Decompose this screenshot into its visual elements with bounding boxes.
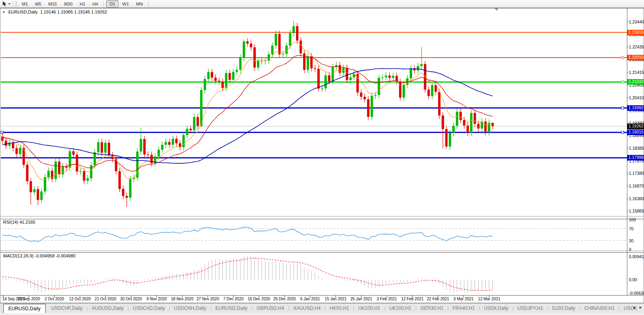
date-tick-label: 12 Oct 2020 <box>69 297 91 301</box>
date-tick-label: 6 Jan 2021 <box>300 297 320 301</box>
date-tick-label: 3 Mar 2021 <box>453 297 474 301</box>
date-tick-label: 18 Nov 2020 <box>171 297 194 301</box>
price-tick-label: 1.20410 <box>629 95 644 100</box>
price-level-badge: 1.22010 <box>627 55 644 60</box>
tab-china300-h1[interactable]: CHINA300,H1 <box>580 305 619 311</box>
date-tick-label: 3 Feb 2021 <box>377 297 397 301</box>
tab-usoil-daily[interactable]: USOil,Daily <box>480 305 512 311</box>
rsi-level-label: 30 <box>629 238 634 243</box>
tab-usdchf-daily[interactable]: USDCHF,Daily <box>47 305 87 311</box>
line-handle[interactable] <box>621 81 624 83</box>
price-tick-label: 1.18385 <box>629 146 644 151</box>
tab-eurusd-daily[interactable]: EURUSD,Daily <box>212 305 252 311</box>
date-tick-label: 23 Sep 2020 <box>18 297 40 301</box>
chart-symbol-period: EURUSD,Daily <box>8 10 38 14</box>
price-level-badge: 1.19015 <box>627 129 644 135</box>
tab-scroll-controls: ◄ ► <box>632 305 642 309</box>
tab-ger30-h1[interactable]: GER30,H1 <box>416 305 447 311</box>
macd-level-label: -0.006386 <box>629 291 644 296</box>
date-tick-label: 12 Feb 2021 <box>401 297 424 301</box>
macd-name: MACD(12,26,9) <box>3 253 33 258</box>
tab-eurusd-daily[interactable]: EURUSD,Daily <box>3 304 46 313</box>
line-handle[interactable] <box>621 56 624 59</box>
price-tick-label: 1.23440 <box>629 19 644 24</box>
tab-scroll-left-icon[interactable]: ◄ <box>632 305 636 309</box>
price-level-badge: 1.17998 <box>627 155 644 160</box>
rsi-value: 41.2165 <box>19 220 35 224</box>
date-tick-label: 30 Oct 2020 <box>120 297 142 301</box>
price-level-badge: 1.19992 <box>627 105 644 111</box>
rsi-level-label: 0 <box>629 247 631 252</box>
tab-uk100-h1[interactable]: UK100,H1 <box>385 305 415 311</box>
tab-gbpusd-h4[interactable]: GBPUSD,H4 <box>253 305 288 311</box>
line-handle[interactable] <box>621 131 624 133</box>
date-tick-label: 7 Dec 2020 <box>223 297 243 301</box>
rsi-name: RSI(14) <box>3 220 18 224</box>
tab-hk50-h1[interactable]: HK50,H1 <box>326 305 353 311</box>
price-chart-canvas[interactable] <box>0 0 644 315</box>
date-tick-label: 25 Dec 2020 <box>273 297 296 301</box>
tab-usdcnh-daily[interactable]: USDCNH,Daily <box>170 305 210 311</box>
current-price-badge: 1.19262 <box>627 124 644 129</box>
price-tick-label: 1.22435 <box>629 44 644 49</box>
macd-indicator-label: MACD(12,26,9) -0.004958 -0.004980 <box>3 253 76 258</box>
mt4-terminal: { "toolbar": { "cursor_tool": "cursor-po… <box>0 0 644 315</box>
tab-usdcad-daily[interactable]: USDCAD,Daily <box>129 305 169 311</box>
tab-scroll-right-icon[interactable]: ► <box>639 305 642 309</box>
date-tick-label: 2 Oct 2020 <box>45 297 64 301</box>
tab-fra40-h1[interactable]: FRA40,H1 <box>449 305 479 311</box>
tab-xauusd-h4[interactable]: XAUUSD,H4 <box>289 305 325 311</box>
price-tick-label: 1.15865 <box>629 209 644 213</box>
price-tick-label: 1.21415 <box>629 70 644 75</box>
rsi-level-label: 70 <box>629 226 634 231</box>
chart-tabbar: EURUSD,DailyUSDCHF,Daily|AUDUSD,Daily|US… <box>0 303 644 313</box>
chart-title: ▼ EURUSD,Daily 1.19146 1.19365 1.19145 1… <box>2 10 107 14</box>
date-tick-label: 12 Mar 2021 <box>478 297 500 301</box>
price-tick-label: 1.16870 <box>629 184 644 188</box>
date-tick-label: 16 Dec 2020 <box>248 297 270 301</box>
date-tick-label: 27 Nov 2020 <box>197 297 219 301</box>
macd-level-label: 0.009412 <box>629 254 644 259</box>
line-handle[interactable] <box>1 131 3 133</box>
macd-level-label: 0.00 <box>629 277 637 282</box>
tab-audusd-daily[interactable]: AUDUSD,Daily <box>88 305 128 311</box>
date-tick-label: 15 Jan 2021 <box>325 297 346 301</box>
date-tick-label: 22 Feb 2021 <box>427 297 449 301</box>
date-tick-label: 21 Oct 2020 <box>95 297 116 301</box>
price-tick-label: 1.17380 <box>629 171 644 176</box>
price-tick-label: 1.16360 <box>629 196 644 201</box>
tab-dj30-daily[interactable]: DJ30,Daily <box>548 305 579 311</box>
rsi-indicator-label: RSI(14) 41.2165 <box>3 220 35 224</box>
date-tick-label: 25 Jan 2021 <box>350 297 372 301</box>
rsi-level-label: 100 <box>629 217 636 222</box>
price-level-badge: 1.23019 <box>627 30 644 35</box>
macd-values: -0.004958 -0.004980 <box>35 253 75 258</box>
line-handle[interactable] <box>621 107 624 109</box>
chart-ohlc-quote: 1.19146 1.19365 1.19145 1.19262 <box>40 10 107 14</box>
price-level-badge: 1.21032 <box>627 79 644 85</box>
collapse-triangle-icon: ▼ <box>2 11 5 14</box>
tab-uk100-h1[interactable]: UK100,H1 <box>354 305 384 311</box>
date-tick-label: 9 Nov 2020 <box>146 297 167 301</box>
tab-usdjpy-h1[interactable]: USDJPY,H1 <box>514 305 547 311</box>
status-strip <box>0 313 644 315</box>
